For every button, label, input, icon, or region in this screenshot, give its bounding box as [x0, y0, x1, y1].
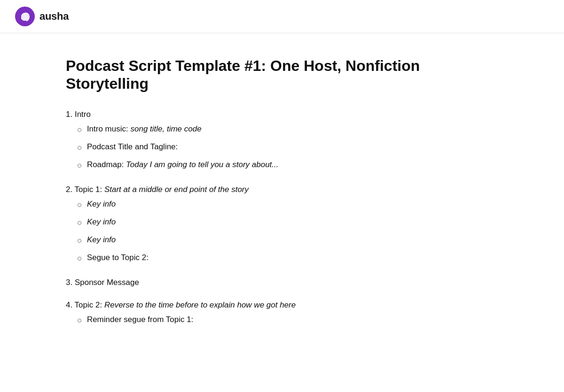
logo[interactable]: ausha — [15, 7, 69, 26]
section-4: 4. Topic 2: Reverse to the time before t… — [66, 300, 498, 327]
list-item: ○ Segue to Topic 2: — [77, 252, 498, 265]
list-item: ○ Key info — [77, 216, 498, 229]
bullet-icon: ○ — [77, 216, 82, 229]
bullet-icon: ○ — [77, 123, 82, 136]
list-item: ○ Key info — [77, 198, 498, 211]
section-3: 3. Sponsor Message — [66, 278, 498, 287]
header: ausha — [0, 0, 564, 33]
list-item: ○ Intro music: song title, time code — [77, 123, 498, 136]
section-1-label: 1. Intro — [66, 110, 498, 119]
list-item: ○ Reminder segue from Topic 1: — [77, 314, 498, 327]
section-3-label: 3. Sponsor Message — [66, 278, 498, 287]
logo-text: ausha — [39, 10, 69, 23]
list-item: ○ Key info — [77, 234, 498, 247]
bullet-icon: ○ — [77, 199, 82, 211]
section-4-label: 4. Topic 2: Reverse to the time before t… — [66, 300, 498, 310]
section-4-sub-list: ○ Reminder segue from Topic 1: — [77, 314, 498, 327]
section-2: 2. Topic 1: Start at a middle or end poi… — [66, 185, 498, 265]
section-1-sub-list: ○ Intro music: song title, time code ○ P… — [77, 123, 498, 172]
bullet-icon: ○ — [77, 314, 82, 327]
bullet-icon: ○ — [77, 234, 82, 247]
ausha-logo-icon — [15, 7, 35, 26]
list-item: ○ Podcast Title and Tagline: — [77, 141, 498, 154]
section-2-label: 2. Topic 1: Start at a middle or end poi… — [66, 185, 498, 194]
list-item: ○ Roadmap: Today I am going to tell you … — [77, 159, 498, 172]
bullet-icon: ○ — [77, 252, 82, 265]
outline-list: 1. Intro ○ Intro music: song title, time… — [66, 110, 498, 327]
section-1: 1. Intro ○ Intro music: song title, time… — [66, 110, 498, 172]
page-title: Podcast Script Template #1: One Host, No… — [66, 57, 498, 93]
bullet-icon: ○ — [77, 141, 82, 154]
main-content: Podcast Script Template #1: One Host, No… — [0, 33, 564, 368]
bullet-icon: ○ — [77, 159, 82, 172]
section-2-sub-list: ○ Key info ○ Key info ○ Key info ○ Segue… — [77, 198, 498, 265]
